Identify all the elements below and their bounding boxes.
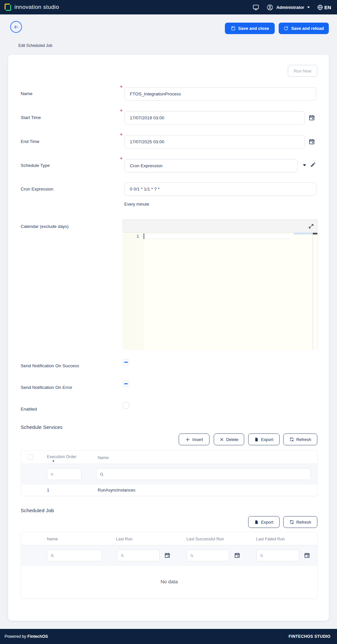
execution-order-filter-input[interactable] — [56, 472, 78, 477]
search-icon — [121, 553, 124, 558]
sort-indicator-icon[interactable] — [53, 460, 54, 462]
start-time-input[interactable] — [124, 111, 305, 125]
job-name-filter[interactable] — [47, 550, 102, 561]
notif-error-label: Send Notification On Error — [21, 385, 72, 390]
end-time-input[interactable] — [124, 135, 305, 149]
scheduled-job-grid: Name Last Run Last Successful Run Last F… — [21, 532, 318, 599]
save-and-close-label: Save and close — [238, 26, 269, 31]
calendar-icon[interactable] — [234, 552, 240, 558]
editor-scrollbar-track — [313, 232, 313, 350]
last-successful-run-filter-input[interactable] — [196, 553, 226, 558]
save-and-reload-button[interactable]: Save and reload — [279, 23, 329, 34]
file-icon — [254, 437, 259, 442]
delete-button[interactable]: Delete — [214, 433, 244, 445]
end-time-label: End Time — [21, 139, 39, 144]
expand-icon[interactable] — [308, 224, 314, 229]
page: innovation studio Administrator — [0, 0, 337, 644]
last-failed-run-filter[interactable] — [256, 550, 299, 561]
insert-button[interactable]: Insert — [179, 433, 209, 445]
col-last-failed-run: Last Failed Run — [256, 537, 285, 541]
no-data-message: No data — [21, 579, 317, 584]
name-input[interactable] — [124, 87, 316, 101]
last-run-filter[interactable] — [117, 550, 160, 561]
save-and-close-button[interactable]: Save and close — [225, 23, 275, 34]
calendar-icon[interactable] — [164, 552, 170, 558]
studio-label: FINTECHOS STUDIO — [288, 634, 330, 639]
name-filter[interactable] — [96, 468, 311, 480]
required-dot — [120, 86, 122, 88]
calendar-icon[interactable] — [304, 552, 310, 558]
name-filter-input[interactable] — [106, 472, 307, 477]
back-button[interactable] — [10, 21, 22, 33]
brand-name: innovation studio — [14, 4, 59, 10]
indeterminate-dash-icon — [124, 383, 128, 384]
app-footer: Powered by FintechOS FINTECHOS STUDIO — [0, 629, 337, 644]
delete-label: Delete — [226, 437, 239, 442]
export-label: Export — [261, 520, 273, 525]
scheduled-job-title: Scheduled Job — [21, 508, 54, 513]
job-name-filter-input[interactable] — [56, 553, 98, 558]
execution-order-cell: 1 — [47, 488, 49, 493]
required-dot — [120, 110, 122, 111]
table-row[interactable]: 1 RunAsyncInstances — [21, 484, 317, 496]
select-all-checkbox[interactable] — [28, 454, 33, 460]
grid-filter-row — [21, 464, 317, 484]
notif-success-checkbox[interactable] — [123, 359, 129, 365]
search-icon — [50, 553, 54, 558]
refresh-icon — [289, 520, 294, 524]
calendar-icon[interactable] — [308, 138, 315, 145]
last-successful-run-filter[interactable] — [187, 550, 229, 561]
export-button[interactable]: Export — [248, 433, 280, 445]
enabled-checkbox[interactable] — [123, 402, 129, 409]
edit-pencil-icon[interactable] — [310, 162, 316, 168]
editor-body[interactable]: 1 — [123, 232, 318, 350]
notif-success-label: Send Notification On Success — [21, 363, 79, 368]
user-icon — [267, 4, 273, 11]
editor-gutter — [123, 232, 144, 350]
execution-order-filter[interactable] — [47, 468, 82, 480]
plus-icon — [185, 437, 190, 442]
name-cell: RunAsyncInstances — [98, 488, 135, 493]
arrow-left-icon — [13, 24, 19, 30]
required-dot — [120, 133, 122, 135]
language-label: EN — [324, 5, 331, 10]
refresh-label: Refresh — [296, 437, 311, 442]
run-now-button[interactable]: Run Now — [288, 65, 317, 77]
fintechos-brand: FintechOS — [28, 634, 48, 639]
calendar-icon[interactable] — [308, 114, 315, 121]
editor-cursor — [144, 233, 144, 239]
user-menu[interactable]: Administrator — [267, 4, 310, 11]
calendar-exclude-label: Calendar (exclude days) — [21, 224, 69, 229]
refresh-button-2[interactable]: Refresh — [283, 516, 317, 528]
monitor-icon[interactable] — [252, 4, 259, 11]
grid-header-row: Execution Order Name — [21, 451, 317, 464]
col-last-successful-run: Last Successful Run — [187, 537, 224, 541]
notif-error-checkbox[interactable] — [123, 381, 129, 387]
save-and-reload-label: Save and reload — [291, 26, 324, 31]
calendar-code-editor[interactable]: 1 — [123, 219, 318, 350]
dropdown-caret-icon[interactable] — [303, 164, 306, 166]
export-button-2[interactable]: Export — [248, 516, 280, 528]
cron-expression-input[interactable] — [124, 182, 316, 196]
last-failed-run-filter-input[interactable] — [266, 553, 296, 558]
language-switcher[interactable]: EN — [317, 4, 331, 10]
user-name: Administrator — [276, 5, 304, 10]
last-run-filter-input[interactable] — [126, 553, 156, 558]
col-last-run: Last Run — [116, 537, 132, 541]
file-icon — [254, 520, 259, 525]
schedule-type-value: Cron Expression — [130, 163, 163, 168]
editor-scroll-strip — [294, 233, 312, 234]
form-card: Run Now Name Start Time End Time Schedul… — [8, 55, 329, 621]
required-dot — [120, 157, 122, 159]
editor-scrollbar-thumb[interactable] — [313, 233, 317, 234]
name-label: Name — [21, 91, 32, 96]
schedule-type-select[interactable]: Cron Expression — [124, 159, 298, 172]
refresh-button[interactable]: Refresh — [283, 433, 317, 445]
col-execution-order: Execution Order — [47, 454, 76, 459]
cron-hint: Every minute — [124, 202, 149, 207]
reload-icon — [284, 26, 288, 31]
powered-by-label: Powered by — [5, 634, 26, 639]
enabled-label: Enabled — [21, 407, 37, 412]
start-time-label: Start Time — [21, 115, 41, 120]
globe-icon — [317, 4, 323, 10]
